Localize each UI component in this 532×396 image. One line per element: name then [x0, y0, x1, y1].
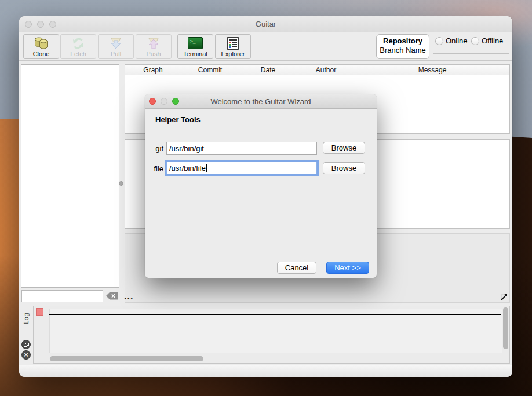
offline-radio-circle: [471, 37, 479, 45]
cancel-button[interactable]: Cancel: [277, 262, 316, 274]
explorer-label: Explorer: [216, 50, 250, 57]
heading-separator: [155, 129, 366, 129]
fetch-icon: [61, 36, 96, 50]
clone-icon: [24, 36, 59, 50]
dock-drag-dots[interactable]: ...: [124, 291, 133, 302]
git-browse-button[interactable]: Browse: [323, 142, 365, 154]
repository-box: Repository Branch Name: [376, 34, 429, 59]
git-path-input[interactable]: /usr/bin/git: [166, 142, 317, 155]
main-titlebar: Guitar: [19, 16, 512, 32]
clone-label: Clone: [24, 50, 59, 57]
terminal-button[interactable]: >_ Terminal: [177, 34, 213, 59]
close-x-icon: ×: [22, 351, 30, 359]
explorer-button[interactable]: Explorer: [215, 34, 251, 59]
column-header-graph[interactable]: Graph: [125, 65, 181, 75]
status-bar: [19, 365, 512, 377]
log-tab[interactable]: Log: [23, 313, 30, 324]
push-icon: [136, 36, 171, 50]
helper-tools-heading: Helper Tools: [155, 115, 201, 124]
log-output-area[interactable]: [49, 309, 502, 353]
file-browse-button[interactable]: Browse: [323, 162, 365, 174]
branch-name: Branch Name: [377, 46, 429, 54]
git-path-value: /usr/bin/git: [169, 144, 204, 153]
git-label: git: [150, 144, 163, 153]
column-header-author[interactable]: Author: [297, 65, 355, 75]
file-path-input[interactable]: /usr/bin/file: [166, 162, 317, 174]
offline-radio[interactable]: Offline: [471, 36, 503, 45]
wizard-dialog: Welcome to the Guitar Wizard Helper Tool…: [145, 94, 377, 278]
online-radio-label: Online: [446, 36, 468, 45]
push-button[interactable]: Push: [136, 34, 172, 59]
online-radio[interactable]: Online: [435, 36, 468, 45]
online-radio-circle: [435, 37, 443, 45]
progress-line: [433, 53, 509, 54]
column-header-message[interactable]: Message: [355, 65, 509, 75]
toolbar: Clone Fetch: [19, 32, 512, 61]
pull-button[interactable]: Pull: [98, 34, 134, 59]
clear-filter-button[interactable]: [105, 291, 118, 300]
repository-name: Repository: [377, 36, 429, 45]
fetch-button[interactable]: Fetch: [60, 34, 96, 59]
terminal-label: Terminal: [178, 50, 213, 57]
branches-sidebar[interactable]: [21, 64, 119, 288]
window-title: Guitar: [19, 16, 512, 32]
explorer-icon: [216, 36, 250, 50]
fetch-label: Fetch: [61, 50, 96, 57]
pull-label: Pull: [99, 50, 133, 57]
pull-icon: [99, 36, 133, 50]
offline-radio-label: Offline: [482, 36, 503, 45]
dock-close-button[interactable]: ×: [21, 350, 31, 360]
push-label: Push: [136, 50, 171, 57]
dialog-titlebar: Welcome to the Guitar Wizard: [145, 94, 377, 109]
column-header-date[interactable]: Date: [239, 65, 297, 75]
expand-icon[interactable]: [499, 292, 509, 302]
filter-input[interactable]: [21, 290, 103, 302]
stop-button[interactable]: [36, 308, 43, 316]
dock-float-button[interactable]: [21, 340, 31, 349]
file-path-value: /usr/bin/file: [169, 164, 206, 173]
next-button[interactable]: Next >>: [326, 262, 369, 274]
text-caret: [206, 164, 207, 172]
backspace-icon: [105, 294, 118, 302]
clone-button[interactable]: Clone: [23, 34, 59, 59]
terminal-icon: >_: [178, 36, 213, 50]
log-separator-line: [49, 314, 501, 315]
splitter-handle[interactable]: [119, 181, 123, 186]
commit-table-header: Graph Commit Date Author Message: [125, 64, 510, 75]
file-label: file: [150, 164, 163, 173]
log-panel: [33, 306, 510, 364]
log-vertical-scrollbar[interactable]: [503, 307, 508, 353]
log-horizontal-scrollbar[interactable]: [35, 356, 501, 361]
dialog-title: Welcome to the Guitar Wizard: [145, 94, 377, 108]
column-header-commit[interactable]: Commit: [181, 65, 239, 75]
